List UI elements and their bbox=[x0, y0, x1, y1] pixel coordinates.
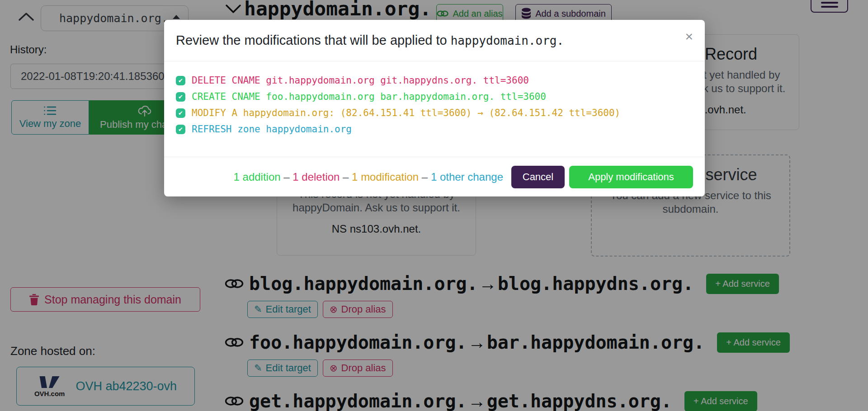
checkbox-checked[interactable]: ✔ bbox=[176, 125, 185, 134]
summary-other: 1 other change bbox=[431, 171, 503, 183]
change-text: CREATE CNAME foo.happydomain.org bar.hap… bbox=[192, 91, 546, 102]
change-row: ✔ MODIFY A happydomain.org: (82.64.151.4… bbox=[176, 105, 693, 121]
summary-addition: 1 addition bbox=[234, 171, 281, 183]
modal-title: Review the modifications that will be ap… bbox=[176, 33, 564, 48]
modal-header: Review the modifications that will be ap… bbox=[164, 20, 705, 61]
modal-change-list: ✔ DELETE CNAME git.happydomain.org git.h… bbox=[164, 61, 705, 157]
checkbox-checked[interactable]: ✔ bbox=[176, 108, 185, 118]
modal-title-domain: happydomain.org. bbox=[451, 34, 564, 47]
summary-separator: – bbox=[281, 171, 293, 183]
change-text: REFRESH zone happydomain.org bbox=[192, 124, 352, 135]
change-text: DELETE CNAME git.happydomain.org git.hap… bbox=[192, 75, 529, 86]
review-modifications-modal: Review the modifications that will be ap… bbox=[164, 20, 705, 196]
checkbox-checked[interactable]: ✔ bbox=[176, 92, 185, 102]
summary-deletion: 1 deletion bbox=[292, 171, 340, 183]
summary-modification: 1 modification bbox=[352, 171, 419, 183]
cancel-button[interactable]: Cancel bbox=[511, 166, 565, 188]
change-text: MODIFY A happydomain.org: (82.64.151.41 … bbox=[192, 107, 620, 118]
change-row: ✔ DELETE CNAME git.happydomain.org git.h… bbox=[176, 72, 693, 89]
checkbox-checked[interactable]: ✔ bbox=[176, 76, 185, 85]
change-row: ✔ CREATE CNAME foo.happydomain.org bar.h… bbox=[176, 89, 693, 105]
modal-summary: 1 addition – 1 deletion – 1 modification… bbox=[234, 171, 503, 183]
close-icon[interactable]: × bbox=[685, 30, 693, 43]
summary-separator: – bbox=[419, 171, 431, 183]
modal-footer: 1 addition – 1 deletion – 1 modification… bbox=[164, 157, 705, 196]
apply-modifications-button[interactable]: Apply modifications bbox=[569, 166, 693, 188]
summary-separator: – bbox=[340, 171, 352, 183]
change-row: ✔ REFRESH zone happydomain.org bbox=[176, 121, 693, 137]
modal-title-text: Review the modifications that will be ap… bbox=[176, 33, 451, 47]
